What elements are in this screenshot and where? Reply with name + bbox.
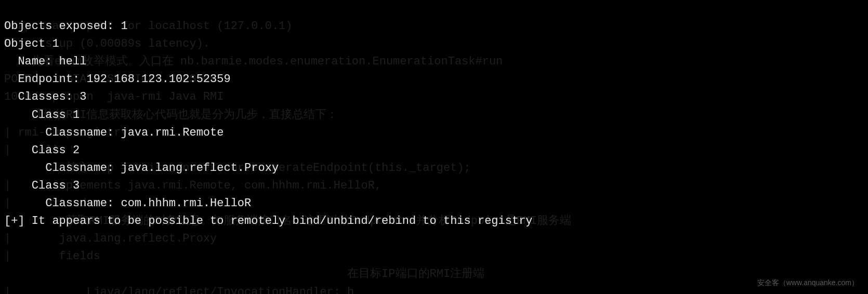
objects-exposed-line: Objects exposed: 1 — [4, 20, 128, 33]
bg-line: | Ljava/lang/reflect/InvocationHandler; … — [4, 286, 354, 295]
watermark-text: 安全客（www.anquanke.com） — [757, 277, 859, 289]
object-endpoint-line: Endpoint: 192.168.123.102:52359 — [4, 73, 231, 86]
bg-line: | java.lang.reflect.Proxy — [4, 232, 217, 245]
classname-line: Classname: java.lang.reflect.Proxy — [4, 162, 279, 175]
object-header-line: Object 1 — [4, 37, 59, 50]
result-summary-line: [+] It appears to be possible to remotel… — [4, 215, 533, 228]
classes-count-line: Classes: 3 — [4, 90, 86, 103]
classname-line: Classname: java.rmi.Remote — [4, 126, 223, 139]
class-entry-line: Class 1 — [4, 109, 80, 122]
bg-line: | fields — [4, 250, 100, 263]
barmie-output-foreground: Objects exposed: 1 Object 1 Name: hell E… — [0, 0, 537, 230]
bg-line: 在目标IP端口的RMI注册端 — [4, 268, 484, 280]
class-entry-line: Class 2 — [4, 144, 80, 157]
class-entry-line: Class 3 — [4, 179, 80, 192]
classname-line: Classname: com.hhhm.rmi.HelloR — [4, 197, 251, 210]
object-name-line: Name: hell — [4, 55, 86, 68]
